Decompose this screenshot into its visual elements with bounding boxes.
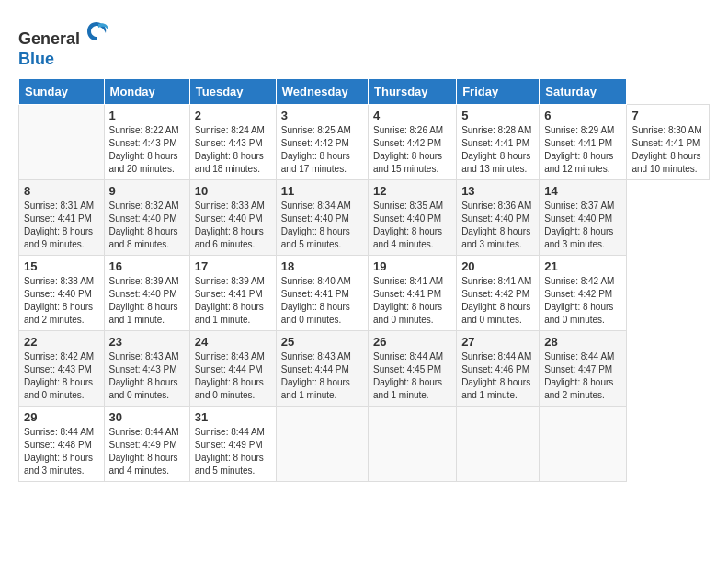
day-number: 13	[461, 184, 534, 198]
empty-cell	[19, 105, 105, 180]
day-info: Sunrise: 8:33 AMSunset: 4:40 PMDaylight:…	[195, 200, 271, 251]
calendar-day-cell: 1Sunrise: 8:22 AMSunset: 4:43 PMDaylight…	[104, 105, 189, 180]
day-info: Sunrise: 8:36 AMSunset: 4:40 PMDaylight:…	[461, 200, 534, 251]
day-info: Sunrise: 8:26 AMSunset: 4:42 PMDaylight:…	[373, 124, 451, 176]
logo-general: General	[18, 29, 80, 48]
day-info: Sunrise: 8:39 AMSunset: 4:41 PMDaylight:…	[195, 275, 271, 327]
day-info: Sunrise: 8:22 AMSunset: 4:43 PMDaylight:…	[109, 124, 185, 176]
calendar-day-cell: 14Sunrise: 8:37 AMSunset: 4:40 PMDayligh…	[540, 180, 627, 256]
day-number: 1	[109, 109, 185, 122]
day-info: Sunrise: 8:34 AMSunset: 4:40 PMDaylight:…	[281, 200, 363, 251]
day-info: Sunrise: 8:28 AMSunset: 4:41 PMDaylight:…	[461, 124, 534, 176]
day-number: 2	[195, 109, 271, 122]
calendar-day-cell: 8Sunrise: 8:31 AMSunset: 4:41 PMDaylight…	[19, 180, 105, 256]
day-info: Sunrise: 8:43 AMSunset: 4:44 PMDaylight:…	[195, 350, 271, 402]
day-info: Sunrise: 8:37 AMSunset: 4:40 PMDaylight:…	[544, 200, 621, 251]
calendar-day-cell: 25Sunrise: 8:43 AMSunset: 4:44 PMDayligh…	[276, 331, 368, 407]
day-info: Sunrise: 8:44 AMSunset: 4:47 PMDaylight:…	[544, 350, 621, 402]
day-info: Sunrise: 8:30 AMSunset: 4:41 PMDaylight:…	[631, 124, 704, 176]
calendar-day-cell: 12Sunrise: 8:35 AMSunset: 4:40 PMDayligh…	[369, 180, 457, 256]
day-number: 15	[24, 259, 99, 273]
calendar-day-cell: 29Sunrise: 8:44 AMSunset: 4:48 PMDayligh…	[19, 407, 105, 482]
calendar-day-cell: 23Sunrise: 8:43 AMSunset: 4:43 PMDayligh…	[104, 331, 189, 407]
calendar-table: SundayMondayTuesdayWednesdayThursdayFrid…	[18, 78, 710, 482]
calendar-day-cell: 11Sunrise: 8:34 AMSunset: 4:40 PMDayligh…	[276, 180, 368, 256]
calendar-week-row: 29Sunrise: 8:44 AMSunset: 4:48 PMDayligh…	[19, 407, 710, 482]
day-number: 22	[24, 335, 99, 349]
empty-cell	[276, 407, 368, 482]
calendar-header-row: SundayMondayTuesdayWednesdayThursdayFrid…	[19, 79, 710, 105]
calendar-day-cell: 7Sunrise: 8:30 AMSunset: 4:41 PMDaylight…	[627, 105, 710, 180]
calendar-day-cell: 16Sunrise: 8:39 AMSunset: 4:40 PMDayligh…	[104, 256, 189, 331]
calendar-week-row: 22Sunrise: 8:42 AMSunset: 4:43 PMDayligh…	[19, 331, 710, 407]
day-number: 27	[461, 335, 534, 349]
day-number: 5	[461, 109, 534, 122]
day-info: Sunrise: 8:42 AMSunset: 4:43 PMDaylight:…	[24, 350, 99, 402]
empty-cell	[369, 407, 457, 482]
day-number: 21	[544, 259, 621, 273]
column-header-wednesday: Wednesday	[276, 79, 368, 105]
day-number: 12	[373, 184, 451, 198]
day-info: Sunrise: 8:44 AMSunset: 4:49 PMDaylight:…	[109, 426, 185, 477]
day-number: 30	[109, 410, 185, 424]
calendar-day-cell: 15Sunrise: 8:38 AMSunset: 4:40 PMDayligh…	[19, 256, 105, 331]
day-number: 18	[281, 259, 363, 273]
calendar-day-cell: 9Sunrise: 8:32 AMSunset: 4:40 PMDaylight…	[104, 180, 189, 256]
day-number: 3	[281, 109, 363, 122]
calendar-day-cell: 24Sunrise: 8:43 AMSunset: 4:44 PMDayligh…	[189, 331, 276, 407]
day-info: Sunrise: 8:44 AMSunset: 4:45 PMDaylight:…	[373, 350, 451, 402]
day-number: 28	[544, 335, 621, 349]
column-header-saturday: Saturday	[540, 79, 627, 105]
day-info: Sunrise: 8:44 AMSunset: 4:46 PMDaylight:…	[461, 350, 534, 402]
logo: General Blue	[18, 18, 109, 69]
column-header-thursday: Thursday	[369, 79, 457, 105]
day-number: 26	[373, 335, 451, 349]
day-info: Sunrise: 8:25 AMSunset: 4:42 PMDaylight:…	[281, 124, 363, 176]
calendar-day-cell: 13Sunrise: 8:36 AMSunset: 4:40 PMDayligh…	[457, 180, 540, 256]
calendar-day-cell: 30Sunrise: 8:44 AMSunset: 4:49 PMDayligh…	[104, 407, 189, 482]
column-header-friday: Friday	[457, 79, 540, 105]
day-number: 25	[281, 335, 363, 349]
calendar-week-row: 15Sunrise: 8:38 AMSunset: 4:40 PMDayligh…	[19, 256, 710, 331]
calendar-day-cell: 10Sunrise: 8:33 AMSunset: 4:40 PMDayligh…	[189, 180, 276, 256]
day-info: Sunrise: 8:31 AMSunset: 4:41 PMDaylight:…	[24, 200, 99, 251]
day-number: 14	[544, 184, 621, 198]
calendar-day-cell: 2Sunrise: 8:24 AMSunset: 4:43 PMDaylight…	[189, 105, 276, 180]
day-info: Sunrise: 8:32 AMSunset: 4:40 PMDaylight:…	[109, 200, 185, 251]
day-info: Sunrise: 8:44 AMSunset: 4:49 PMDaylight:…	[195, 426, 271, 477]
day-info: Sunrise: 8:41 AMSunset: 4:42 PMDaylight:…	[461, 275, 534, 327]
column-header-monday: Monday	[104, 79, 189, 105]
day-number: 16	[109, 259, 185, 273]
logo-blue: Blue	[18, 50, 54, 68]
day-info: Sunrise: 8:40 AMSunset: 4:41 PMDaylight:…	[281, 275, 363, 327]
calendar-week-row: 1Sunrise: 8:22 AMSunset: 4:43 PMDaylight…	[19, 105, 710, 180]
day-info: Sunrise: 8:35 AMSunset: 4:40 PMDaylight:…	[373, 200, 451, 251]
calendar-day-cell: 18Sunrise: 8:40 AMSunset: 4:41 PMDayligh…	[276, 256, 368, 331]
calendar-day-cell: 6Sunrise: 8:29 AMSunset: 4:41 PMDaylight…	[540, 105, 627, 180]
calendar-day-cell: 21Sunrise: 8:42 AMSunset: 4:42 PMDayligh…	[540, 256, 627, 331]
page-header: General Blue	[18, 18, 710, 69]
calendar-day-cell: 20Sunrise: 8:41 AMSunset: 4:42 PMDayligh…	[457, 256, 540, 331]
day-number: 6	[544, 109, 621, 122]
day-info: Sunrise: 8:29 AMSunset: 4:41 PMDaylight:…	[544, 124, 621, 176]
empty-cell	[540, 407, 627, 482]
day-number: 8	[24, 184, 99, 198]
day-info: Sunrise: 8:41 AMSunset: 4:41 PMDaylight:…	[373, 275, 451, 327]
day-number: 29	[24, 410, 99, 424]
calendar-week-row: 8Sunrise: 8:31 AMSunset: 4:41 PMDaylight…	[19, 180, 710, 256]
calendar-day-cell: 26Sunrise: 8:44 AMSunset: 4:45 PMDayligh…	[369, 331, 457, 407]
day-info: Sunrise: 8:39 AMSunset: 4:40 PMDaylight:…	[109, 275, 185, 327]
calendar-day-cell: 3Sunrise: 8:25 AMSunset: 4:42 PMDaylight…	[276, 105, 368, 180]
empty-cell	[457, 407, 540, 482]
calendar-day-cell: 31Sunrise: 8:44 AMSunset: 4:49 PMDayligh…	[189, 407, 276, 482]
calendar-day-cell: 22Sunrise: 8:42 AMSunset: 4:43 PMDayligh…	[19, 331, 105, 407]
day-number: 24	[195, 335, 271, 349]
calendar-day-cell: 4Sunrise: 8:26 AMSunset: 4:42 PMDaylight…	[369, 105, 457, 180]
day-number: 19	[373, 259, 451, 273]
day-number: 10	[195, 184, 271, 198]
day-info: Sunrise: 8:38 AMSunset: 4:40 PMDaylight:…	[24, 275, 99, 327]
day-number: 4	[373, 109, 451, 122]
day-number: 9	[109, 184, 185, 198]
day-info: Sunrise: 8:24 AMSunset: 4:43 PMDaylight:…	[195, 124, 271, 176]
calendar-day-cell: 19Sunrise: 8:41 AMSunset: 4:41 PMDayligh…	[369, 256, 457, 331]
